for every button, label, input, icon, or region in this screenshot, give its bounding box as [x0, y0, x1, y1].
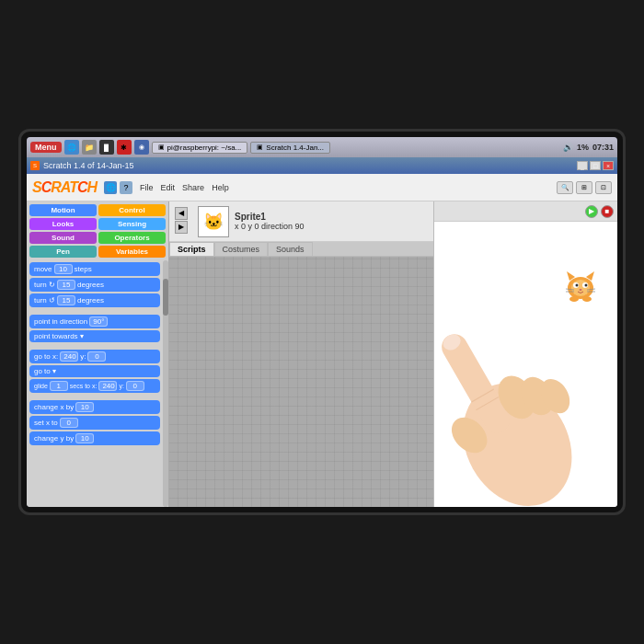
script-area[interactable] — [169, 257, 433, 507]
monitor: Menu 🌐 📁 █ ✱ ◉ ▣ pi@raspberrypi: ~/sa...… — [18, 129, 626, 515]
block-divider-3 — [29, 395, 160, 398]
svg-point-7 — [585, 284, 588, 287]
category-grid: Motion Control Looks Sensing Sound Opera… — [27, 201, 168, 260]
scratch-window-icon: S — [30, 161, 40, 170]
scratch-logo: SCRATCH — [32, 179, 97, 196]
toolbar-btn-2[interactable]: ⊞ — [576, 181, 592, 194]
svg-point-8 — [580, 289, 582, 291]
taskbar-menu-button[interactable]: Menu — [30, 142, 62, 153]
file-manager-icon[interactable]: 📁 — [82, 140, 97, 155]
block-change-x[interactable]: change x by 10 — [29, 400, 160, 414]
scratch-window-btn[interactable]: ▣ Scratch 1.4-Jan... — [250, 142, 330, 154]
browser-icon[interactable]: 🌐 — [64, 140, 79, 155]
scratch-main: Motion Control Looks Sensing Sound Opera… — [27, 201, 617, 507]
menu-items: File Edit Share Help — [140, 183, 229, 192]
terminal-window-btn[interactable]: ▣ pi@raspberrypi: ~/sa... — [152, 142, 248, 154]
config-icon[interactable]: ✱ — [117, 140, 132, 155]
scratch-window-title: Scratch 1.4 of 14-Jan-15 — [43, 161, 577, 170]
cat-pen[interactable]: Pen — [29, 246, 97, 258]
svg-point-1 — [571, 280, 590, 296]
sprite-prev[interactable]: ◀ — [175, 207, 188, 220]
scratch-window: S Scratch 1.4 of 14-Jan-15 _ □ × SCRATCH… — [27, 157, 617, 507]
sprite-nav-arrows: ◀ ▶ — [175, 207, 190, 236]
window-controls: _ □ × — [577, 161, 614, 170]
cat-sound[interactable]: Sound — [29, 232, 97, 244]
blocks-content: move 10 steps turn ↻ 15 degrees turn ↺ 1… — [27, 260, 163, 507]
taskbar: Menu 🌐 📁 █ ✱ ◉ ▣ pi@raspberrypi: ~/sa...… — [27, 137, 617, 157]
menu-file[interactable]: File — [140, 183, 154, 192]
menubar-icons: 🌐 ? — [104, 181, 132, 194]
cat-control[interactable]: Control — [98, 204, 166, 216]
menu-help[interactable]: Help — [212, 183, 229, 192]
speaker-icon: 🔊 — [563, 143, 573, 152]
globe-menu-icon[interactable]: 🌐 — [104, 181, 117, 194]
svg-point-13 — [569, 296, 579, 302]
minimize-button[interactable]: _ — [577, 161, 588, 170]
toolbar-btn-1[interactable]: 🔍 — [557, 181, 573, 194]
cat-variables[interactable]: Variables — [98, 246, 166, 258]
sprite-on-stage — [562, 268, 599, 311]
sprite-header: ◀ ▶ 🐱 Sprite1 x 0 y 0 direction 90 — [169, 201, 433, 242]
screen: Menu 🌐 📁 █ ✱ ◉ ▣ pi@raspberrypi: ~/sa...… — [27, 137, 617, 507]
script-area-container: ◀ ▶ 🐱 Sprite1 x 0 y 0 direction 90 — [169, 201, 433, 507]
block-go-to[interactable]: go to ▾ — [29, 365, 160, 377]
toolbar-right: 🔍 ⊞ ⊡ — [557, 181, 612, 194]
stage-controls: ▶ ■ — [434, 201, 617, 222]
block-set-x[interactable]: set x to 0 — [29, 416, 160, 430]
tab-sounds[interactable]: Sounds — [268, 242, 313, 256]
block-go-to-xy[interactable]: go to x: 240 y: 0 — [29, 350, 160, 363]
block-turn-ccw[interactable]: turn ↺ 15 degrees — [29, 293, 160, 307]
block-point-direction[interactable]: point in direction 90° — [29, 315, 160, 328]
blocks-list: move 10 steps turn ↻ 15 degrees turn ↺ 1… — [27, 260, 163, 447]
block-divider-2 — [29, 344, 160, 348]
stage-panel: ▶ ■ — [433, 201, 617, 507]
svg-point-14 — [582, 296, 592, 302]
block-glide[interactable]: glide 1 secs to x: 240 y: 0 — [29, 379, 160, 393]
app-icon[interactable]: ◉ — [134, 140, 149, 155]
stop-button[interactable]: ■ — [601, 205, 614, 218]
block-divider-1 — [29, 309, 160, 313]
cat-motion[interactable]: Motion — [29, 204, 97, 216]
cat-looks[interactable]: Looks — [29, 218, 97, 230]
cat-sensing[interactable]: Sensing — [98, 218, 166, 230]
script-tabs: Scripts Costumes Sounds — [169, 242, 433, 257]
scratch-titlebar: S Scratch 1.4 of 14-Jan-15 _ □ × — [27, 157, 617, 174]
block-turn-cw[interactable]: turn ↻ 15 degrees — [29, 278, 160, 292]
maximize-button[interactable]: □ — [590, 161, 601, 170]
block-change-y[interactable]: change y by 10 — [29, 431, 160, 445]
cat-operators[interactable]: Operators — [98, 232, 166, 244]
blocks-panel-inner: move 10 steps turn ↻ 15 degrees turn ↺ 1… — [27, 260, 168, 507]
green-flag-button[interactable]: ▶ — [585, 205, 598, 218]
toolbar-btn-3[interactable]: ⊡ — [595, 181, 612, 194]
terminal-icon[interactable]: █ — [99, 140, 114, 155]
menu-edit[interactable]: Edit — [161, 183, 176, 192]
help-icon[interactable]: ? — [120, 181, 132, 194]
scratch-menubar: SCRATCH 🌐 ? File Edit Share Help 🔍 ⊞ ⊡ — [27, 174, 617, 201]
close-button[interactable]: × — [603, 161, 614, 170]
sprite-coords: x 0 y 0 direction 90 — [235, 222, 305, 231]
sprite-thumbnail: 🐱 — [198, 206, 229, 237]
system-clock: 🔊 1% 07:31 — [563, 143, 614, 152]
sprite-next[interactable]: ▶ — [175, 221, 188, 234]
tab-scripts[interactable]: Scripts — [169, 242, 214, 256]
sprite-name: Sprite1 — [235, 212, 305, 222]
scrollbar-thumb[interactable] — [163, 279, 168, 316]
sprite-info: Sprite1 x 0 y 0 direction 90 — [235, 212, 305, 231]
blocks-panel: Motion Control Looks Sensing Sound Opera… — [27, 201, 169, 507]
stage-canvas — [434, 222, 617, 507]
tab-costumes[interactable]: Costumes — [214, 242, 269, 256]
blocks-scrollbar[interactable] — [163, 260, 168, 507]
block-point-towards[interactable]: point towards ▾ — [29, 330, 160, 342]
block-move-steps[interactable]: move 10 steps — [29, 262, 160, 276]
svg-point-6 — [576, 284, 579, 287]
menu-share[interactable]: Share — [182, 183, 204, 192]
